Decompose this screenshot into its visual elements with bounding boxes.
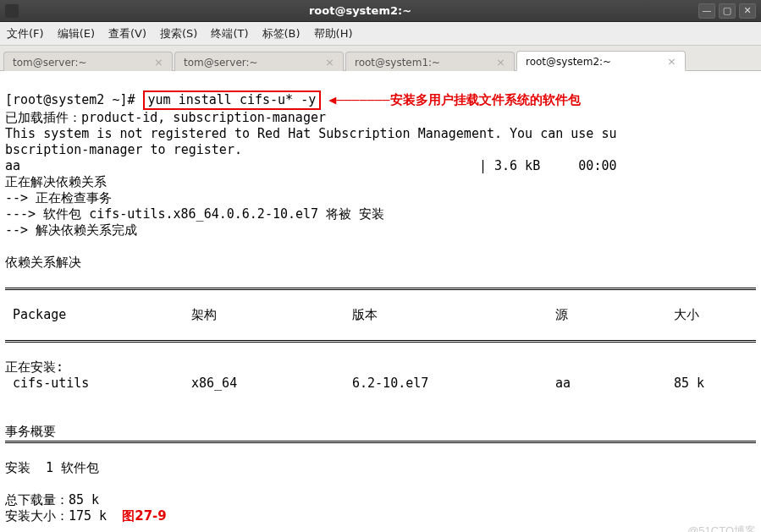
window-titlebar: root@system2:~ — ▢ ✕	[0, 0, 761, 22]
summary-install-size: 安装大小：175 k	[5, 508, 107, 524]
close-icon[interactable]: ×	[494, 56, 507, 69]
divider	[5, 288, 756, 290]
close-icon[interactable]: ×	[665, 55, 678, 68]
annotation-text: 安装多用户挂载文件系统的软件包	[390, 92, 581, 107]
menu-edit[interactable]: 编辑(E)	[58, 26, 95, 41]
watermark: @51CTO博客	[687, 523, 756, 532]
tab-label: tom@server:~	[184, 57, 258, 69]
close-icon[interactable]: ×	[152, 56, 165, 69]
cell-size: 85 k	[674, 376, 756, 392]
tab-label: root@system2:~	[526, 56, 611, 68]
output-line: 依赖关系解决	[5, 255, 81, 270]
output-size: | 3.6 kB	[479, 158, 540, 173]
app-icon	[5, 4, 19, 18]
col-repo: 源	[555, 307, 674, 323]
output-line: 已加载插件：product-id, subscription-manager	[5, 110, 326, 125]
summary-download: 总下载量：85 k	[5, 492, 99, 507]
shell-prompt: [root@system2 ~]#	[5, 92, 135, 107]
tab-label: root@system1:~	[355, 57, 440, 69]
output-line: 正在解决依赖关系	[5, 174, 107, 189]
figure-label: 图27-9	[122, 508, 167, 524]
cell-package: cifs-utils	[5, 376, 191, 392]
command-text: yum install cifs-u* -y	[148, 92, 317, 107]
output-time: 00:00	[578, 158, 616, 173]
close-icon[interactable]: ×	[323, 56, 336, 69]
col-size: 大小	[674, 307, 756, 323]
menu-search[interactable]: 搜索(S)	[160, 26, 197, 41]
tab-2[interactable]: root@system1:~ ×	[345, 52, 515, 71]
output-line: --> 解决依赖关系完成	[5, 222, 137, 238]
col-arch: 架构	[191, 307, 352, 323]
installing-heading: 正在安装:	[5, 359, 63, 375]
menu-view[interactable]: 查看(V)	[108, 26, 146, 41]
summary-title: 事务概要	[5, 424, 56, 439]
divider	[5, 340, 756, 343]
menu-bar: 文件(F) 编辑(E) 查看(V) 搜索(S) 终端(T) 标签(B) 帮助(H…	[0, 22, 761, 46]
close-button[interactable]: ✕	[739, 3, 756, 19]
window-title: root@system2:~	[22, 4, 698, 17]
tab-0[interactable]: tom@server:~ ×	[3, 52, 173, 71]
menu-tabs[interactable]: 标签(B)	[262, 26, 301, 41]
cell-arch: x86_64	[191, 376, 352, 392]
minimize-button[interactable]: —	[698, 3, 715, 19]
terminal-output[interactable]: [root@system2 ~]# yum install cifs-u* -y…	[0, 71, 761, 532]
output-repo: aa	[5, 158, 20, 173]
divider	[5, 441, 756, 443]
summary-line: 安装 1 软件包	[5, 460, 99, 475]
output-line: ---> 软件包 cifs-utils.x86_64.0.6.2-10.el7 …	[5, 206, 384, 222]
menu-file[interactable]: 文件(F)	[7, 26, 44, 41]
table-row: cifs-utilsx86_646.2-10.el7aa85 k	[5, 376, 756, 392]
cell-version: 6.2-10.el7	[352, 376, 555, 392]
cell-repo: aa	[555, 376, 674, 392]
col-package: Package	[5, 307, 191, 323]
menu-terminal[interactable]: 终端(T)	[211, 26, 248, 41]
table-header: Package架构版本源大小	[5, 307, 756, 323]
arrow-left-icon: ◀———————	[321, 92, 389, 107]
col-version: 版本	[352, 307, 555, 323]
tab-1[interactable]: tom@server:~ ×	[174, 52, 344, 71]
output-line: --> 正在检查事务	[5, 190, 112, 206]
tab-bar: tom@server:~ × tom@server:~ × root@syste…	[0, 46, 761, 71]
command-highlight: yum install cifs-u* -y	[143, 90, 322, 110]
output-line: bscription-manager to register.	[5, 142, 242, 157]
tab-label: tom@server:~	[13, 57, 87, 69]
output-line: This system is not registered to Red Hat…	[5, 126, 616, 141]
menu-help[interactable]: 帮助(H)	[314, 26, 353, 41]
maximize-button[interactable]: ▢	[719, 3, 736, 19]
tab-3-active[interactable]: root@system2:~ ×	[516, 51, 686, 71]
